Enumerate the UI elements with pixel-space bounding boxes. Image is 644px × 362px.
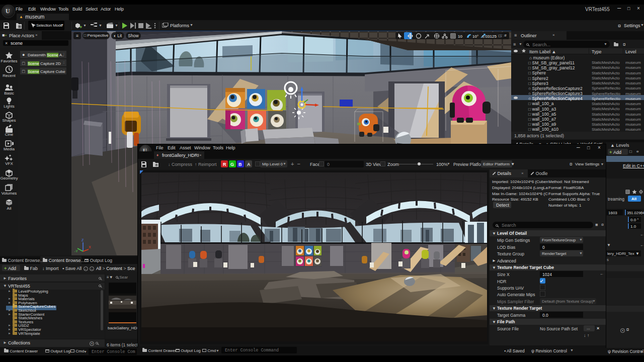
svg-text:X: X	[89, 245, 91, 249]
svg-text:0.03125: 0.03125	[482, 34, 497, 39]
svg-text:10°: 10°	[472, 34, 478, 39]
svg-text:-Y: -Y	[74, 249, 78, 253]
svg-text:Z: Z	[82, 238, 84, 242]
svg-text:10: 10	[458, 34, 462, 39]
svg-text:+: +	[79, 25, 82, 29]
